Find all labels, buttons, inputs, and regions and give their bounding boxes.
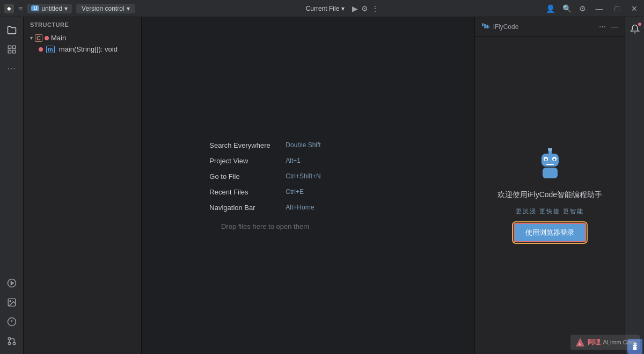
svg-point-7 bbox=[10, 300, 11, 301]
iflycode-title-text: iFlyCode bbox=[493, 23, 518, 31]
iflycode-content: 欢迎使用iFlyCode智能编程助手 更沉浸 更快捷 更智能 使用浏览器登录 bbox=[475, 37, 625, 354]
iflycode-header-actions: ⋯ — bbox=[599, 23, 618, 31]
class-badge: C bbox=[35, 34, 42, 42]
sidebar-header: Structure bbox=[24, 17, 141, 32]
minimize-button[interactable]: — bbox=[594, 4, 605, 13]
activity-icon-image[interactable] bbox=[3, 294, 20, 311]
current-file-selector[interactable]: Current File ▾ bbox=[302, 4, 349, 13]
more-actions-button[interactable]: ⋮ bbox=[371, 4, 379, 13]
red-dot-method bbox=[39, 47, 43, 52]
iflycode-header: iFlyCode ⋯ — bbox=[475, 17, 625, 37]
shortcut-navigation-bar: Navigation Bar Alt+Home bbox=[209, 204, 320, 212]
iflycode-welcome-text: 欢迎使用iFlyCode智能编程助手 bbox=[497, 190, 602, 200]
activity-bar: ··· bbox=[0, 17, 24, 354]
watermark-logo: 阿哩 bbox=[588, 338, 601, 347]
svg-rect-25 bbox=[543, 168, 558, 178]
svg-rect-14 bbox=[482, 23, 484, 26]
hamburger-menu-icon[interactable]: ≡ bbox=[18, 4, 23, 13]
svg-rect-2 bbox=[8, 50, 11, 53]
search-everywhere-icon[interactable]: 🔍 bbox=[562, 4, 572, 13]
svg-rect-3 bbox=[12, 50, 15, 53]
svg-point-23 bbox=[545, 158, 547, 161]
shortcut-key: Alt+Home bbox=[286, 204, 314, 211]
shortcut-go-to-file: Go to File Ctrl+Shift+N bbox=[209, 172, 320, 180]
iflycode-title: iFlyCode bbox=[481, 23, 518, 31]
activity-icon-folder[interactable] bbox=[3, 21, 20, 39]
svg-rect-0 bbox=[8, 46, 11, 48]
iflycode-panel: iFlyCode ⋯ — bbox=[474, 17, 625, 354]
project-dropdown-arrow: ▾ bbox=[64, 5, 68, 12]
shortcut-name: Go to File bbox=[209, 172, 279, 180]
browser-login-button[interactable]: 使用浏览器登录 bbox=[514, 223, 586, 242]
shortcut-name: Project View bbox=[209, 157, 279, 165]
shortcut-list: Search Everywhere Double Shift Project V… bbox=[209, 141, 320, 212]
main-layout: ··· bbox=[0, 17, 644, 354]
activity-icon-more[interactable]: ··· bbox=[3, 60, 20, 77]
svg-rect-1 bbox=[12, 46, 15, 48]
tree-item-method-label: main(String[]): void bbox=[59, 45, 118, 53]
iflycode-robot-icon bbox=[533, 148, 567, 183]
shortcut-name: Recent Files bbox=[209, 188, 279, 196]
current-file-arrow: ▾ bbox=[341, 5, 345, 12]
svg-text:A: A bbox=[579, 343, 581, 346]
vcs-dropdown-arrow: ▾ bbox=[127, 5, 130, 12]
shortcut-project-view: Project View Alt+1 bbox=[209, 157, 320, 165]
svg-point-11 bbox=[13, 342, 16, 345]
iflycode-subtitle-text: 更沉浸 更快捷 更智能 bbox=[516, 207, 584, 215]
maximize-button[interactable]: □ bbox=[613, 4, 621, 13]
shortcut-search-everywhere: Search Everywhere Double Shift bbox=[209, 141, 320, 149]
red-dot bbox=[45, 36, 49, 40]
svg-marker-5 bbox=[11, 281, 13, 285]
activity-icon-run[interactable] bbox=[3, 274, 20, 292]
activity-icon-alert[interactable] bbox=[3, 313, 20, 330]
version-control-button[interactable]: Version control ▾ bbox=[76, 4, 135, 13]
shortcut-recent-files: Recent Files Ctrl+E bbox=[209, 188, 320, 196]
titlebar: ◆ ≡ U untitled ▾ Version control ▾ Curre… bbox=[0, 0, 644, 17]
svg-rect-16 bbox=[486, 25, 488, 28]
shortcut-key: Ctrl+E bbox=[286, 188, 304, 196]
iflycode-minimize-icon[interactable]: — bbox=[611, 23, 618, 31]
svg-point-24 bbox=[553, 158, 555, 161]
drop-files-text: Drop files here to open them bbox=[221, 222, 309, 230]
tree-item-main[interactable]: ▾ C Main bbox=[24, 32, 141, 44]
settings-icon[interactable]: ⚙ bbox=[579, 4, 586, 13]
watermark-text: ALimm.Com bbox=[603, 339, 635, 345]
app-icon: ◆ bbox=[4, 4, 14, 13]
shortcut-key: Ctrl+Shift+N bbox=[286, 172, 320, 180]
debug-button[interactable]: ⚙ bbox=[361, 4, 368, 13]
project-name: untitled bbox=[41, 5, 62, 12]
method-badge: m bbox=[46, 46, 55, 53]
svg-point-12 bbox=[8, 337, 11, 340]
shortcut-name: Navigation Bar bbox=[209, 204, 279, 212]
watermark: A 阿哩 ALimm.Com bbox=[570, 335, 640, 350]
sidebar: Structure ▾ C Main m main(String[]): voi… bbox=[24, 17, 142, 354]
project-selector[interactable]: U untitled ▾ bbox=[27, 4, 72, 13]
svg-rect-15 bbox=[484, 24, 486, 28]
shortcut-name: Search Everywhere bbox=[209, 141, 279, 149]
current-file-label: Current File bbox=[306, 5, 340, 12]
activity-icon-git[interactable] bbox=[3, 333, 20, 350]
vcs-label: Version control bbox=[82, 5, 124, 12]
activity-icon-structure[interactable] bbox=[3, 41, 20, 58]
project-badge: U bbox=[31, 5, 39, 11]
tree-item-main-method[interactable]: m main(String[]): void bbox=[24, 44, 141, 55]
run-button[interactable]: ▶ bbox=[352, 4, 358, 13]
chevron-down-icon: ▾ bbox=[30, 35, 33, 41]
svg-rect-17 bbox=[488, 25, 489, 28]
right-strip bbox=[625, 17, 644, 354]
user-icon[interactable]: 👤 bbox=[546, 4, 555, 13]
editor-area: Search Everywhere Double Shift Project V… bbox=[142, 17, 474, 354]
tree-item-main-label: Main bbox=[51, 34, 66, 42]
shortcut-key: Double Shift bbox=[286, 141, 320, 149]
iflycode-more-icon[interactable]: ⋯ bbox=[599, 23, 606, 31]
close-button[interactable]: ✕ bbox=[629, 4, 640, 13]
svg-point-13 bbox=[8, 342, 11, 345]
shortcut-key: Alt+1 bbox=[286, 157, 301, 164]
bell-notification-icon[interactable] bbox=[627, 21, 642, 37]
